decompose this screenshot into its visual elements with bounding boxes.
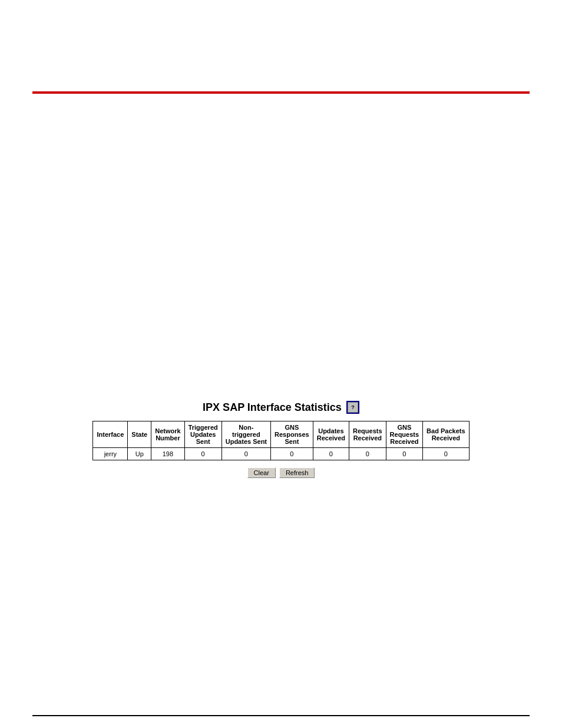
col-header-bad-packets-received: Bad PacketsReceived <box>423 421 469 448</box>
cell-bad-packets-received: 0 <box>423 448 469 460</box>
col-header-gns-responses-sent: GNSResponsesSent <box>271 421 313 448</box>
buttons-row: Clear Refresh <box>247 467 315 478</box>
col-header-gns-requests-received: GNSRequestsReceived <box>386 421 423 448</box>
page-title-area: IPX SAP Interface Statistics ? <box>203 401 359 414</box>
page-title-text: IPX SAP Interface Statistics <box>203 401 342 414</box>
help-icon-inner: ? <box>348 402 358 413</box>
cell-triggered-updates-sent: 0 <box>184 448 222 460</box>
help-icon[interactable]: ? <box>346 401 359 414</box>
cell-state: Up <box>128 448 151 460</box>
cell-gns-requests-received: 0 <box>386 448 423 460</box>
cell-requests-received: 0 <box>349 448 386 460</box>
col-header-network-number: NetworkNumber <box>151 421 184 448</box>
refresh-button[interactable]: Refresh <box>279 467 315 478</box>
red-divider-bar <box>32 91 530 94</box>
cell-network-number: 198 <box>151 448 184 460</box>
black-divider-bar <box>32 715 530 716</box>
col-header-requests-received: RequestsReceived <box>349 421 386 448</box>
col-header-updates-received: UpdatesReceived <box>313 421 349 448</box>
col-header-non-triggered-updates-sent: Non-triggeredUpdates Sent <box>222 421 270 448</box>
main-content: IPX SAP Interface Statistics ? Interface… <box>0 401 562 478</box>
col-header-state: State <box>128 421 151 448</box>
clear-button[interactable]: Clear <box>247 467 276 478</box>
col-header-triggered-updates-sent: TriggeredUpdatesSent <box>184 421 222 448</box>
stats-table: Interface State NetworkNumber TriggeredU… <box>92 421 469 460</box>
table-row: jerry Up 198 0 0 0 0 0 0 0 <box>93 448 469 460</box>
table-header-row: Interface State NetworkNumber TriggeredU… <box>93 421 469 448</box>
cell-non-triggered-updates-sent: 0 <box>222 448 270 460</box>
cell-updates-received: 0 <box>313 448 349 460</box>
col-header-interface: Interface <box>93 421 128 448</box>
cell-interface: jerry <box>93 448 128 460</box>
cell-gns-responses-sent: 0 <box>271 448 313 460</box>
